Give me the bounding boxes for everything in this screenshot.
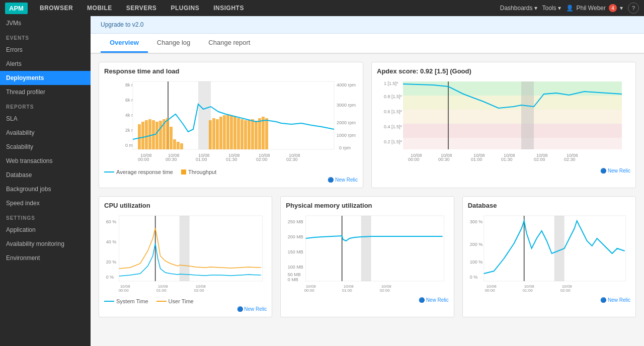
sidebar-item-alerts[interactable]: Alerts — [0, 57, 91, 71]
svg-rect-35 — [240, 119, 244, 149]
sidebar-item-database[interactable]: Database — [0, 168, 91, 182]
svg-rect-38 — [251, 119, 254, 149]
nav-servers[interactable]: SERVERS — [119, 0, 164, 16]
response-time-title: Response time and load — [104, 67, 358, 75]
sidebar-item-sla[interactable]: SLA — [0, 112, 91, 126]
svg-text:01:00: 01:00 — [156, 288, 167, 293]
svg-text:00:00: 00:00 — [485, 288, 495, 293]
tab-change-report[interactable]: Change report — [199, 34, 259, 53]
legend-line-user — [156, 301, 167, 302]
svg-text:0.2 [1.5]*: 0.2 [1.5]* — [384, 139, 403, 144]
sidebar: JVMs EVENTS Errors Alerts Deployments Th… — [0, 16, 91, 346]
cpu-title: CPU utilization — [104, 202, 267, 209]
svg-rect-60 — [403, 81, 622, 96]
legend-system-time: System Time — [104, 298, 148, 304]
database-title: Database — [468, 202, 630, 209]
svg-rect-24 — [177, 142, 180, 149]
svg-text:150 MB: 150 MB — [288, 249, 303, 254]
svg-text:02:00: 02:00 — [194, 288, 205, 293]
svg-text:01:30: 01:30 — [226, 157, 237, 162]
svg-text:02:30: 02:30 — [564, 157, 576, 162]
sidebar-item-deployments[interactable]: Deployments — [0, 71, 91, 85]
sidebar-item-jvms[interactable]: JVMs — [0, 16, 91, 30]
response-time-chart-container: 8k ms 6k ms 4k ms 2k ms 0 ms 4000 rpm 30… — [104, 79, 358, 166]
charts-row-1: Response time and load 8k ms 6k ms 4k ms… — [99, 62, 636, 188]
svg-rect-98 — [306, 216, 444, 281]
svg-text:02:00: 02:00 — [256, 157, 268, 162]
svg-text:0 %: 0 % — [106, 275, 114, 280]
svg-text:00:30: 00:30 — [166, 157, 177, 162]
main-layout: JVMs EVENTS Errors Alerts Deployments Th… — [0, 16, 644, 346]
svg-text:02:00: 02:00 — [534, 157, 545, 162]
tab-change-log[interactable]: Change log — [148, 34, 200, 53]
notification-badge[interactable]: 4 — [609, 4, 617, 12]
nav-insights[interactable]: INSIGHTS — [206, 0, 251, 16]
svg-text:200 MB: 200 MB — [288, 234, 303, 239]
svg-rect-41 — [262, 117, 265, 149]
svg-rect-14 — [141, 122, 144, 149]
svg-rect-23 — [173, 139, 176, 149]
tools-button[interactable]: Tools ▾ — [542, 5, 561, 12]
svg-rect-83 — [119, 216, 263, 281]
apdex-svg: 1 [1.5]* 0.8 [1.5]* 0.6 [1.5]* 0.4 [1.5]… — [377, 79, 630, 164]
svg-text:0 MB: 0 MB — [288, 277, 298, 282]
svg-rect-25 — [180, 143, 183, 149]
response-time-chart: Response time and load 8k ms 6k ms 4k ms… — [99, 62, 363, 188]
newrelic-credit-5: 🔵 New Relic — [468, 297, 630, 303]
svg-rect-34 — [237, 118, 240, 149]
user-avatar-icon: 👤 — [566, 5, 574, 12]
svg-text:0 rpm: 0 rpm — [339, 145, 351, 150]
sidebar-item-availability-monitoring[interactable]: Availability monitoring — [0, 237, 91, 251]
svg-text:50 MB: 50 MB — [288, 272, 301, 277]
svg-text:01:00: 01:00 — [196, 157, 207, 162]
legend-square-yellow — [181, 169, 186, 175]
newrelic-credit-3: 🔵 New Relic — [104, 306, 267, 312]
sidebar-item-thread-profiler[interactable]: Thread profiler — [0, 85, 91, 99]
svg-text:00:00: 00:00 — [304, 288, 315, 293]
legend-throughput-label: Throughput — [188, 169, 216, 175]
nav-plugins[interactable]: PLUGINS — [164, 0, 206, 16]
sidebar-item-background-jobs[interactable]: Background jobs — [0, 182, 91, 196]
svg-text:01:00: 01:00 — [342, 288, 353, 293]
database-svg: 300 % 200 % 100 % 0 % 10/08 00:00 10/ — [468, 213, 630, 294]
nav-browser[interactable]: BROWSER — [33, 0, 80, 16]
cpu-legend: System Time User Time — [104, 298, 267, 304]
legend-user-label: User Time — [169, 298, 194, 304]
sidebar-item-environment[interactable]: Environment — [0, 251, 91, 265]
svg-text:1 [1.5]*: 1 [1.5]* — [384, 81, 398, 86]
svg-rect-32 — [230, 116, 233, 149]
dashboards-button[interactable]: Dashboards ▾ — [500, 5, 537, 12]
newrelic-credit-4: 🔵 New Relic — [286, 297, 448, 303]
memory-title: Physical memory utilization — [286, 202, 448, 209]
upgrade-bar[interactable]: Upgrade to v2.0 — [91, 16, 644, 34]
svg-rect-99 — [361, 216, 371, 281]
sidebar-item-availability[interactable]: Availability — [0, 126, 91, 140]
cpu-svg: 60 % 40 % 20 % 0 % 10/ — [104, 213, 267, 294]
response-time-legend: Average response time Throughput — [104, 169, 358, 175]
sidebar-item-errors[interactable]: Errors — [0, 43, 91, 57]
svg-text:1000 rpm: 1000 rpm — [337, 133, 356, 138]
svg-rect-21 — [166, 118, 169, 149]
apdex-chart-container: 1 [1.5]* 0.8 [1.5]* 0.6 [1.5]* 0.4 [1.5]… — [377, 79, 630, 166]
svg-rect-63 — [403, 124, 622, 138]
apm-logo[interactable]: APM — [5, 3, 28, 14]
tab-overview[interactable]: Overview — [101, 34, 148, 53]
charts-row-2: CPU utilization 60 % 40 % 20 % 0 % — [99, 196, 636, 317]
sidebar-item-scalability[interactable]: Scalability — [0, 140, 91, 154]
sidebar-item-speed-index[interactable]: Speed index — [0, 196, 91, 210]
svg-text:01:00: 01:00 — [522, 288, 533, 293]
svg-text:0.6 [1.5]*: 0.6 [1.5]* — [384, 109, 403, 114]
legend-user-time: User Time — [156, 298, 194, 304]
user-name: Phil Weber — [577, 5, 606, 12]
svg-text:250 MB: 250 MB — [288, 219, 303, 224]
svg-rect-40 — [258, 118, 261, 149]
svg-text:100 MB: 100 MB — [288, 265, 303, 270]
sidebar-item-web-transactions[interactable]: Web transactions — [0, 154, 91, 168]
help-button[interactable]: ? — [628, 3, 639, 14]
nav-mobile[interactable]: MOBILE — [80, 0, 119, 16]
svg-text:02:00: 02:00 — [560, 288, 571, 293]
svg-text:0 %: 0 % — [469, 275, 477, 280]
user-area: 👤 Phil Weber 4 ▾ — [566, 4, 623, 12]
response-time-svg: 8k ms 6k ms 4k ms 2k ms 0 ms 4000 rpm 30… — [104, 79, 358, 164]
sidebar-item-application[interactable]: Application — [0, 223, 91, 237]
